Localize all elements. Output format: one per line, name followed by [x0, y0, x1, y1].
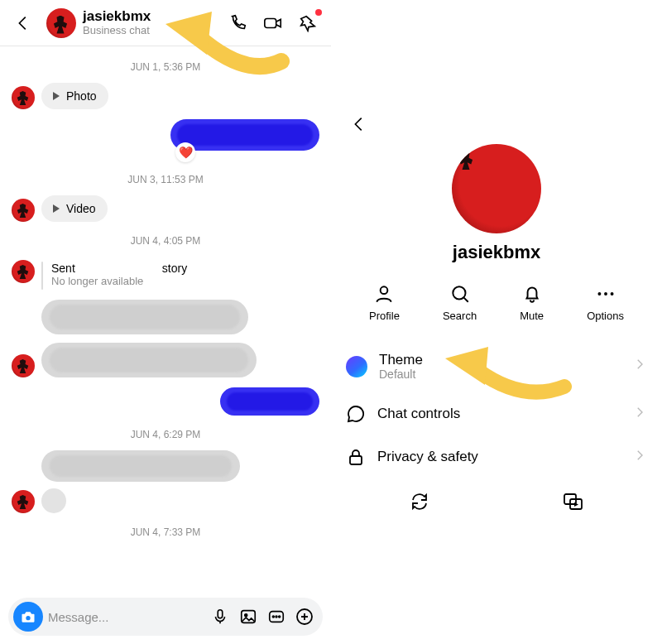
lock-icon	[346, 447, 366, 467]
incoming-redacted-message[interactable]	[41, 450, 240, 482]
avatar[interactable]	[12, 354, 35, 377]
refresh-icon	[410, 492, 429, 512]
media-button[interactable]	[557, 485, 590, 518]
back-button[interactable]	[7, 7, 40, 40]
svg-point-8	[276, 616, 277, 618]
play-icon	[53, 92, 60, 100]
chat-icon	[346, 404, 366, 424]
svg-point-2	[26, 616, 30, 620]
video-message[interactable]: Video	[41, 195, 108, 222]
timestamp: JUN 1, 5:36 PM	[0, 61, 331, 73]
message-row: Video	[0, 194, 331, 223]
composer: Message...	[8, 598, 323, 636]
photo-message[interactable]: Photo	[41, 83, 108, 109]
add-button[interactable]	[293, 605, 316, 628]
sent-label: Sent	[51, 262, 75, 275]
svg-rect-0	[265, 18, 276, 27]
svg-rect-3	[218, 610, 223, 618]
refresh-button[interactable]	[403, 485, 436, 518]
svg-point-5	[245, 614, 247, 617]
avatar[interactable]	[12, 199, 35, 222]
outgoing-redacted-message[interactable]	[220, 387, 319, 416]
mute-action[interactable]: Mute	[520, 283, 544, 322]
search-action[interactable]: Search	[443, 283, 477, 322]
sticker-button[interactable]	[265, 605, 288, 628]
privacy-label: Privacy & safety	[377, 449, 478, 465]
profile-username: jasiekbmx	[343, 242, 650, 263]
avatar[interactable]	[12, 260, 35, 283]
chat-pane: jasiekbmx Business chat JUN 1, 5:36 PM	[0, 0, 331, 644]
svg-point-7	[272, 616, 274, 618]
call-button[interactable]	[222, 7, 255, 40]
notification-dot-icon	[315, 9, 322, 16]
sent-story-unavailable: Sent story No longer available	[0, 262, 331, 290]
flag-button[interactable]	[291, 7, 324, 40]
video-call-button[interactable]	[257, 7, 290, 40]
timestamp: JUN 4, 4:05 PM	[0, 235, 331, 247]
chevron-right-icon	[632, 405, 647, 424]
back-button[interactable]	[343, 108, 376, 141]
message-input[interactable]: Message...	[48, 610, 204, 624]
message-row: ❤️	[0, 118, 331, 152]
profile-avatar[interactable]	[452, 144, 541, 233]
unavailable-label: No longer available	[51, 275, 187, 287]
chat-title[interactable]: jasiekbmx Business chat	[83, 8, 151, 36]
chevron-right-icon	[632, 357, 647, 376]
svg-point-14	[604, 292, 607, 296]
timestamp: JUN 4, 6:29 PM	[0, 429, 331, 440]
timestamp: JUN 3, 11:53 PM	[0, 174, 331, 185]
profile-icon	[373, 283, 395, 305]
chat-controls-option[interactable]: Chat controls	[343, 392, 650, 435]
theme-option[interactable]: Theme Default	[343, 340, 650, 392]
message-row	[0, 298, 331, 336]
play-icon	[53, 204, 60, 213]
svg-point-13	[597, 292, 601, 296]
svg-rect-4	[242, 611, 256, 623]
avatar[interactable]	[12, 490, 35, 513]
chat-controls-label: Chat controls	[377, 406, 460, 422]
chevron-right-icon	[632, 448, 647, 467]
chat-username: jasiekbmx	[83, 8, 151, 25]
theme-color-icon	[346, 356, 367, 377]
avatar[interactable]	[46, 8, 76, 38]
privacy-option[interactable]: Privacy & safety	[343, 435, 650, 478]
mic-button[interactable]	[209, 605, 232, 628]
theme-value: Default	[379, 368, 423, 381]
gallery-button[interactable]	[237, 605, 260, 628]
options-action[interactable]: Options	[587, 283, 624, 322]
incoming-redacted-message[interactable]	[41, 488, 66, 513]
details-pane: jasiekbmx Profile Search Mute Options Th…	[331, 0, 662, 644]
message-row	[0, 487, 331, 515]
incoming-redacted-message[interactable]	[41, 343, 257, 377]
svg-point-15	[610, 292, 613, 296]
svg-point-12	[453, 286, 465, 299]
bell-icon	[521, 283, 543, 305]
media-icon	[563, 492, 584, 512]
svg-point-9	[279, 616, 281, 618]
incoming-redacted-message[interactable]	[41, 300, 248, 334]
message-row	[0, 341, 331, 379]
svg-rect-17	[350, 456, 362, 464]
search-icon	[449, 283, 471, 305]
message-list[interactable]: JUN 1, 5:36 PM Photo ❤️ JUN 3, 11:53 PM …	[0, 46, 331, 593]
profile-action[interactable]: Profile	[369, 283, 400, 322]
timestamp: JUN 4, 7:33 PM	[0, 526, 331, 538]
reaction-heart[interactable]: ❤️	[175, 142, 195, 162]
camera-button[interactable]	[13, 602, 43, 632]
more-icon	[595, 283, 616, 305]
message-row: Photo	[0, 81, 331, 111]
message-row	[0, 449, 331, 483]
chat-subtitle: Business chat	[83, 25, 151, 37]
avatar[interactable]	[12, 86, 35, 109]
theme-label: Theme	[379, 352, 423, 368]
chat-header: jasiekbmx Business chat	[0, 0, 331, 46]
action-row: Profile Search Mute Options	[343, 283, 650, 340]
svg-point-11	[381, 286, 388, 294]
message-row	[0, 386, 331, 417]
bubble-label: Video	[66, 202, 96, 215]
story-label: story	[162, 262, 187, 275]
bubble-label: Photo	[66, 89, 97, 103]
